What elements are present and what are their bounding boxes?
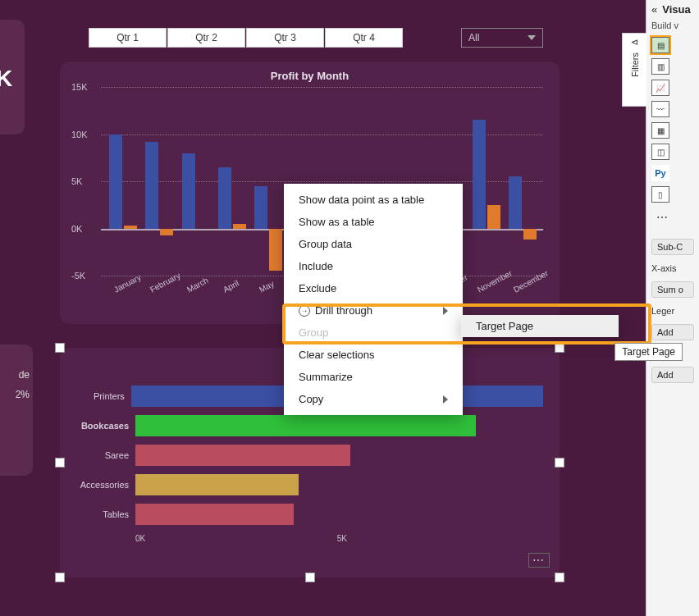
- matrix-icon[interactable]: ▦: [651, 122, 669, 139]
- filter-dropdown-value: All: [468, 32, 479, 43]
- x-tick-label: May: [258, 279, 276, 294]
- chevron-right-icon: [443, 307, 448, 315]
- visualizations-pane[interactable]: ⊲ Filters « Visua Build v ▤ ▥ 📈 〰 ▦ ◫ Py…: [646, 0, 699, 616]
- chevron-down-icon: [528, 35, 536, 40]
- bar[interactable]: [182, 153, 195, 229]
- quarter-button-1[interactable]: Qtr 1: [89, 28, 167, 48]
- y-tick-label: 5K: [71, 176, 82, 186]
- bar[interactable]: [135, 445, 350, 466]
- filter-dropdown[interactable]: All: [461, 28, 543, 48]
- quarter-slicer[interactable]: Qtr 1 Qtr 2 Qtr 3 Qtr 4: [89, 28, 403, 48]
- bar[interactable]: [124, 226, 137, 228]
- paginated-report-icon[interactable]: ▯: [651, 186, 669, 203]
- kpi-text-pct: 2%: [0, 389, 30, 400]
- ctx-show-data-point[interactable]: Show data point as a table: [284, 189, 463, 211]
- y-tick-label: -5K: [71, 271, 85, 281]
- bar[interactable]: [135, 504, 294, 525]
- chevron-right-icon: [443, 395, 448, 404]
- expand-left-icon[interactable]: ⊲: [623, 34, 646, 48]
- clustered-bar-icon[interactable]: ▥: [651, 58, 669, 75]
- bar[interactable]: [135, 474, 299, 495]
- bar[interactable]: [269, 229, 282, 271]
- chart1-title: Profit by Month: [76, 70, 543, 82]
- stacked-bar-icon[interactable]: ▤: [651, 37, 669, 53]
- bar[interactable]: [145, 142, 158, 229]
- filters-label: Filters: [630, 52, 640, 77]
- drill-through-submenu[interactable]: Target Page: [461, 315, 619, 337]
- bar[interactable]: [254, 186, 267, 229]
- legend-field-well[interactable]: Add: [651, 324, 694, 340]
- collapse-pane-icon[interactable]: «: [651, 3, 657, 16]
- ctx-include[interactable]: Include: [284, 255, 463, 277]
- x-tick-label: 0K: [135, 534, 145, 543]
- bar[interactable]: [109, 135, 122, 229]
- ctx-group: Group: [284, 322, 463, 344]
- quarter-button-2[interactable]: Qtr 2: [167, 28, 245, 48]
- quarter-button-4[interactable]: Qtr 4: [325, 28, 403, 48]
- kpi-card-left2: de 2%: [0, 345, 33, 476]
- ctx-exclude[interactable]: Exclude: [284, 277, 463, 299]
- category-label: Printers: [76, 391, 131, 401]
- bar[interactable]: [473, 120, 486, 228]
- category-label: Accessories: [76, 480, 135, 490]
- ctx-summarize[interactable]: Summarize: [284, 366, 463, 388]
- bar[interactable]: [487, 205, 500, 229]
- x-tick-label: December: [512, 268, 550, 294]
- build-visual-label: Build v: [646, 19, 699, 32]
- kpi-text-de: de: [0, 369, 30, 381]
- bar[interactable]: [135, 415, 476, 436]
- quarter-button-3[interactable]: Qtr 3: [246, 28, 324, 48]
- category-label: Tables: [76, 509, 135, 519]
- area-chart-icon[interactable]: 〰: [651, 101, 669, 117]
- line-chart-icon[interactable]: 📈: [651, 80, 669, 96]
- ctx-drill-through[interactable]: →Drill through: [284, 299, 463, 322]
- y-tick-label: 10K: [71, 130, 88, 139]
- ctx-group-data[interactable]: Group data: [284, 233, 463, 255]
- ctx-copy[interactable]: Copy: [284, 388, 463, 410]
- ctx-clear-selections[interactable]: Clear selections: [284, 344, 463, 366]
- treemap-icon[interactable]: ◫: [651, 144, 669, 160]
- y-tick-label: 0K: [71, 224, 82, 234]
- legend-label: Leger: [646, 304, 699, 317]
- bar[interactable]: [233, 224, 246, 229]
- visual-type-gallery[interactable]: ▤ ▥ 📈 〰 ▦ ◫ Py ▯ ⋯: [646, 32, 699, 232]
- x-tick-label: 5K: [337, 534, 347, 543]
- pane-title: Visua: [662, 3, 690, 16]
- more-visuals-icon[interactable]: ⋯: [651, 208, 674, 227]
- context-menu[interactable]: Show data point as a table Show as a tab…: [284, 184, 463, 415]
- ctx-show-as-table[interactable]: Show as a table: [284, 211, 463, 233]
- drill-target-page[interactable]: Target Page: [461, 315, 619, 337]
- category-label: Saree: [76, 450, 135, 460]
- x-tick-label: March: [185, 276, 210, 294]
- xaxis-label: X-axis: [646, 262, 699, 275]
- tooltip: Target Page: [614, 343, 683, 361]
- x-tick-label: April: [222, 279, 240, 294]
- yaxis-field-pill[interactable]: Sub-C: [651, 239, 694, 255]
- bar[interactable]: [160, 229, 173, 235]
- kpi-value: K: [0, 66, 12, 92]
- filters-pane-collapsed[interactable]: ⊲ Filters: [622, 33, 646, 107]
- bar[interactable]: [523, 229, 537, 240]
- y-tick-label: 15K: [71, 82, 88, 92]
- bar[interactable]: [509, 176, 522, 228]
- visual-more-options[interactable]: ⋯: [528, 553, 550, 568]
- category-label: Bookcases: [76, 421, 135, 431]
- bar[interactable]: [218, 167, 231, 229]
- python-visual-icon[interactable]: Py: [651, 165, 669, 181]
- xaxis-field-pill[interactable]: Sum o: [651, 281, 694, 298]
- small-multiples-field-well[interactable]: Add: [651, 367, 694, 383]
- drill-through-icon: →: [299, 305, 310, 317]
